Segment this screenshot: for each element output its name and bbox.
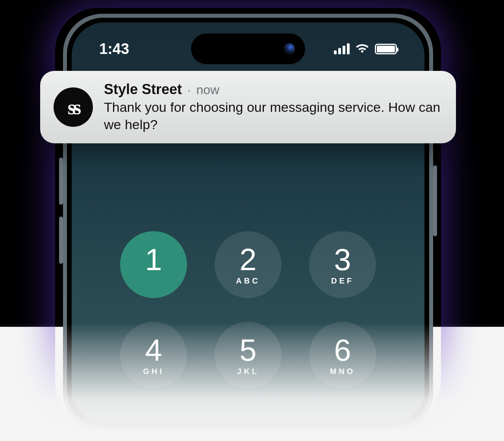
- notification-separator: ·: [187, 83, 191, 97]
- dialpad-key-digit: 6: [334, 335, 351, 365]
- notification-banner[interactable]: ss Style Street · now Thank you for choo…: [40, 71, 456, 143]
- dynamic-island: [191, 33, 305, 64]
- dialpad-key-digit: 5: [239, 335, 256, 365]
- dialpad-key-letters: JKL: [237, 367, 259, 376]
- battery-icon: [375, 44, 397, 54]
- notification-app-name: Style Street: [104, 81, 182, 98]
- phone-side-button: [59, 217, 63, 264]
- front-camera-icon: [284, 43, 295, 54]
- dialpad-key-6[interactable]: 6MNO: [309, 322, 376, 389]
- dialpad-key-letters: ABC: [236, 276, 260, 285]
- notification-body: Style Street · now Thank you for choosin…: [104, 81, 443, 133]
- dialpad-key-letters: DEF: [331, 276, 354, 285]
- phone-side-button: [59, 158, 63, 205]
- wifi-icon: [355, 44, 369, 54]
- status-icons: [334, 43, 397, 54]
- dialpad-key-digit: 3: [334, 244, 351, 275]
- status-time: 1:43: [99, 41, 129, 57]
- dialpad-key-letters: GHI: [143, 367, 164, 376]
- dialpad-key-digit: 4: [145, 335, 162, 365]
- dialpad-key-3[interactable]: 3DEF: [309, 231, 376, 298]
- dialpad-key-2[interactable]: 2ABC: [215, 231, 282, 298]
- notification-message: Thank you for choosing our messaging ser…: [104, 98, 443, 133]
- notification-header: Style Street · now: [104, 81, 443, 98]
- phone-side-button: [433, 165, 437, 236]
- dialpad-key-digit: 2: [239, 244, 256, 275]
- dialpad-key-5[interactable]: 5JKL: [215, 322, 282, 389]
- dialpad: 12ABC3DEF4GHI5JKL6MNO: [120, 231, 376, 389]
- dialpad-key-1[interactable]: 1: [120, 231, 187, 298]
- notification-app-icon: ss: [54, 87, 93, 127]
- dialpad-key-letters: MNO: [330, 367, 356, 376]
- dialpad-key-4[interactable]: 4GHI: [120, 322, 187, 389]
- dialpad-key-digit: 1: [145, 244, 162, 275]
- cellular-signal-icon: [334, 43, 350, 54]
- notification-timestamp: now: [196, 83, 219, 97]
